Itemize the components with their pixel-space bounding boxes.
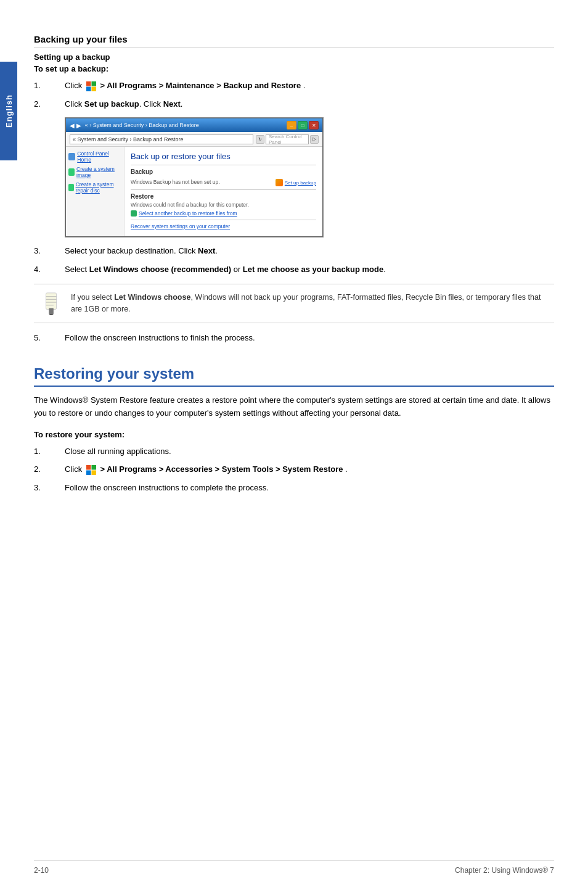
step-1-click: Click [65,81,84,90]
win-setup-backup-label: Set up backup [285,180,316,186]
restore-step-2-text: > All Programs > Accessories > System To… [100,464,343,474]
win-body: Control Panel Home Create a system image… [66,147,322,236]
step-2-text-mid: . Click [139,99,163,109]
step-4-or: or [231,265,243,274]
win-minimize-btn[interactable]: – [287,121,296,130]
win-restore-header: Restore [131,193,316,200]
language-sidebar-tab: English [0,62,17,160]
step-2: 2. Click Set up backup. Click Next. [34,98,554,110]
win-setup-icon [276,179,283,186]
screenshot-box: ◀ ▶ « › System and Security › Backup and… [65,117,324,237]
to-set-up-label: To set up a backup: [34,64,554,73]
section-title: Backing up your files [34,34,554,47]
win-main-title: Back up or restore your files [131,152,316,161]
step-5-num: 5. [34,332,65,344]
windows-logo-icon-1 [86,81,97,92]
step-1: 1. Click > All Programs > Maintenance > … [34,80,554,92]
svg-rect-2 [86,86,91,91]
restore-step-1-num: 1. [34,445,65,458]
subsection-title: Setting up a backup [34,52,554,62]
backup-steps-list-3: 5. Follow the onscreen instructions to f… [34,332,554,344]
backup-steps-list-2: 3. Select your backup destination. Click… [34,245,554,275]
svg-rect-11 [86,465,91,470]
backup-steps-list: 1. Click > All Programs > Maintenance > … [34,80,554,110]
win-sidebar-system-image[interactable]: Create a system image [68,166,121,178]
restore-step-2: 2. Click > All Programs > Accessories > … [34,463,554,476]
win-divider-3 [131,220,316,220]
footer-right: Chapter 2: Using Windows® 7 [455,866,554,875]
win-main-pane: Back up or restore your files Backup Win… [125,147,322,236]
to-restore-label: To restore your system: [34,430,554,439]
win-backup-header: Backup [131,168,316,175]
win-sidebar-repair-disc[interactable]: Create a system repair disc [68,181,121,194]
win-close-btn[interactable]: ✕ [309,121,319,130]
win-nav-arrows: ◀ ▶ [70,122,81,129]
win-recover-link[interactable]: Recover system settings on your computer [131,223,316,229]
win-restore-link[interactable]: Select another backup to restore files f… [131,210,316,217]
restore-description: The Windows® System Restore feature crea… [34,394,554,420]
backup-section: Backing up your files Setting up a backu… [34,34,554,344]
step-3-bold: Next [198,246,215,255]
restore-section: Restoring your system The Windows® Syste… [34,365,554,493]
win-sidebar-home[interactable]: Control Panel Home [68,151,121,163]
step-4: 4. Select Let Windows choose (recommende… [34,263,554,276]
restore-desc-text: The Windows® System Restore feature crea… [34,395,550,418]
win-address-right: ↻ Search Control Panel ▷ [256,134,319,144]
svg-rect-9 [49,308,54,315]
win-restore-link-label: Select another backup to restore files f… [139,210,237,217]
main-content: Backing up your files Setting up a backu… [34,0,554,493]
step-4-bold1: Let Windows choose (recommended) [89,265,231,274]
step-4-num: 4. [34,263,65,276]
win-divider-1 [131,165,316,165]
restore-step-3-content: Follow the onscreen instructions to comp… [65,482,554,494]
win-backup-text: Windows Backup has not been set up. [131,179,220,185]
restore-step-2-end: . [345,464,348,474]
step-2-text-end: . [181,99,183,109]
win-address-path: « System and Security › Backup and Resto… [70,134,253,144]
svg-rect-4 [46,293,57,310]
step-2-content: Click Set up backup. Click Next. [65,98,554,110]
step-5-content: Follow the onscreen instructions to fini… [65,332,554,344]
win-address-bar: « System and Security › Backup and Resto… [66,132,322,147]
svg-rect-14 [91,470,96,475]
step-4-content: Select Let Windows choose (recommended) … [65,263,554,276]
win-refresh-btn[interactable]: ↻ [256,135,264,144]
step-3-num: 3. [34,245,65,257]
restore-step-2-num: 2. [34,463,65,476]
win-restore-text: Windows could not find a backup for this… [131,202,316,208]
restore-steps-list: 1. Close all running applications. 2. Cl… [34,445,554,494]
step-2-num: 2. [34,98,65,110]
win-maximize-btn[interactable]: □ [298,121,308,130]
win-home-icon [68,153,75,160]
win-address-text: « System and Security › Backup and Resto… [73,136,184,142]
step-2-bold1: Set up backup [84,99,139,109]
restore-step-1: 1. Close all running applications. [34,445,554,458]
win-search-btn[interactable]: ▷ [310,135,319,144]
win-backup-row: Windows Backup has not been set up. Set … [131,177,316,186]
win-search-box[interactable]: Search Control Panel [266,134,309,144]
step-3: 3. Select your backup destination. Click… [34,245,554,257]
restore-step-2-content: Click > All Programs > Accessories > Sys… [65,463,554,476]
step-4-bold2: Let me choose as your backup mode [243,265,383,274]
step-1-end: . [303,81,306,90]
win-system-image-icon [68,168,75,176]
note-box: If you select Let Windows choose, Window… [34,284,554,323]
win-titlebar: ◀ ▶ « › System and Security › Backup and… [66,118,322,132]
win-recover-link-label: Recover system settings on your computer [131,223,230,229]
step-1-num: 1. [34,80,65,92]
win-sidebar-home-label: Control Panel Home [77,151,121,163]
step-3-text: Select your backup destination. Click [65,246,198,255]
win-restore-link-icon [131,210,137,217]
svg-rect-1 [91,81,96,86]
page-footer: 2-10 Chapter 2: Using Windows® 7 [34,860,554,875]
note-bold: Let Windows choose [114,293,190,302]
svg-rect-0 [86,81,91,86]
step-4-end: . [383,265,386,274]
sidebar-label: English [4,94,14,128]
win-setup-backup-btn[interactable]: Set up backup [276,179,316,186]
svg-rect-3 [91,86,96,91]
windows-dialog: ◀ ▶ « › System and Security › Backup and… [65,118,323,237]
win-sidebar-repair-disc-label: Create a system repair disc [76,181,121,194]
footer-left: 2-10 [34,866,49,875]
step-5: 5. Follow the onscreen instructions to f… [34,332,554,344]
